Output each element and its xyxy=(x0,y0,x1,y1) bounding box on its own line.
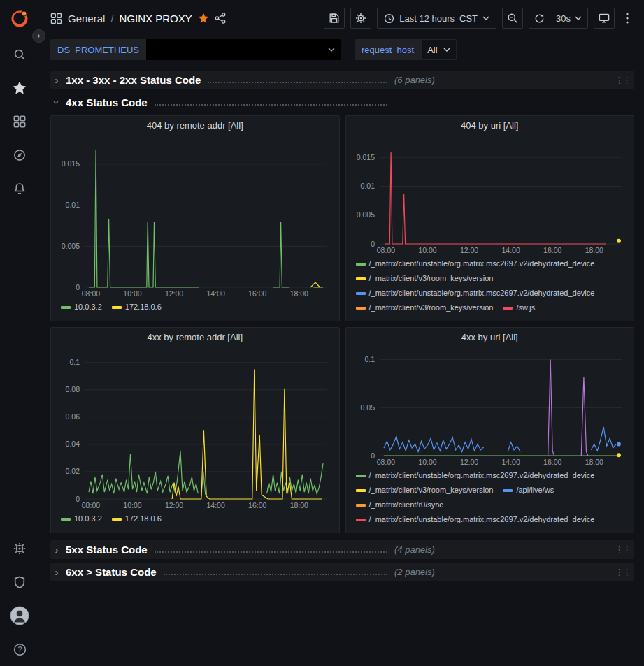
svg-text:0.1: 0.1 xyxy=(364,355,375,363)
legend-label: /api/live/ws xyxy=(516,483,554,498)
time-range-picker[interactable]: Last 12 hours CST xyxy=(377,8,496,29)
svg-text:16:00: 16:00 xyxy=(543,458,561,466)
legend-item[interactable]: /api/live/ws xyxy=(503,483,554,498)
panel-grid: 404 by remote addr [All] 00.0050.010.015… xyxy=(50,115,634,533)
legend-item[interactable]: /_matrix/client/unstable/org.matrix.msc2… xyxy=(356,468,595,483)
tv-mode-button[interactable] xyxy=(594,8,615,29)
legend-item[interactable]: /_matrix/client/r0/sync xyxy=(356,498,443,512)
help-icon: ? xyxy=(13,643,27,656)
legend-item[interactable]: /_matrix/client/unstable/org.matrix.msc2… xyxy=(356,286,595,301)
svg-text:08:00: 08:00 xyxy=(82,289,100,298)
variable-value-dropdown[interactable]: All xyxy=(421,39,456,60)
svg-text:16:00: 16:00 xyxy=(248,501,266,509)
favorite-star-icon[interactable] xyxy=(198,13,209,24)
sidebar-item-explore[interactable] xyxy=(0,138,39,172)
svg-text:0.015: 0.015 xyxy=(62,159,80,168)
legend-item[interactable]: 172.18.0.6 xyxy=(112,300,162,314)
open-menu-button[interactable]: › xyxy=(32,29,45,43)
row-5xx[interactable]: › 5xx Status Code (4 panels) ⋮⋮ xyxy=(50,540,634,559)
svg-text:16:00: 16:00 xyxy=(248,289,266,298)
legend-item[interactable]: 10.0.3.2 xyxy=(61,300,102,314)
sidebar-item-configuration[interactable] xyxy=(0,532,39,565)
panel-title[interactable]: 404 by uri [All] xyxy=(346,116,634,134)
legend-item[interactable]: /sw.js xyxy=(503,301,535,315)
svg-text:0: 0 xyxy=(76,283,80,291)
row-left: › 1xx - 3xx - 2xx Status Code xyxy=(50,74,394,86)
bell-icon xyxy=(13,182,26,195)
legend-item[interactable]: 10.0.3.2 xyxy=(61,512,102,526)
dashboard-title[interactable]: NGINX PROXY xyxy=(120,13,192,24)
timeseries-chart[interactable]: 00.0050.010.01508:0010:0012:0014:0016:00… xyxy=(349,134,631,256)
svg-text:14:00: 14:00 xyxy=(207,289,225,298)
zoom-out-time-button[interactable] xyxy=(502,8,523,29)
legend-item[interactable]: /_matrix/client/v3/room_keys/version xyxy=(356,271,494,286)
panel-title[interactable]: 404 by remote addr [All] xyxy=(51,116,339,134)
save-dashboard-button[interactable] xyxy=(324,8,345,29)
header: General / NGINX PROXY xyxy=(39,0,644,36)
gear-icon xyxy=(13,542,26,555)
sidebar-item-search[interactable] xyxy=(0,38,39,71)
sidebar-item-server-admin[interactable] xyxy=(0,565,39,599)
legend-item[interactable]: /_matrix/client/unstable/org.matrix.msc2… xyxy=(356,512,595,527)
legend-label: /_matrix/client/v3/room_keys/version xyxy=(369,271,494,286)
variable-label[interactable]: DS_PROMETHEUS xyxy=(50,39,146,60)
svg-text:0.05: 0.05 xyxy=(360,403,375,412)
header-actions: Last 12 hours CST 30s xyxy=(324,8,634,29)
svg-text:0.02: 0.02 xyxy=(66,467,80,475)
kebab-menu-button[interactable] xyxy=(620,13,634,24)
dashboard-settings-button[interactable] xyxy=(350,8,371,29)
chart-legend: /_matrix/client/unstable/org.matrix.msc2… xyxy=(349,468,631,533)
sidebar-item-alerting[interactable] xyxy=(0,172,39,205)
row-4xx[interactable]: › 4xx Status Code xyxy=(50,93,634,112)
sidebar-bottom: ? xyxy=(0,532,39,666)
sidebar-item-profile[interactable] xyxy=(0,599,39,632)
monitor-icon xyxy=(599,13,610,24)
refresh-button[interactable] xyxy=(529,8,550,28)
row-1xx-3xx-2xx[interactable]: › 1xx - 3xx - 2xx Status Code (6 panels)… xyxy=(50,71,634,89)
grafana-flame-icon xyxy=(9,8,30,29)
legend-item[interactable]: /_matrix/client/v3/room_keys/version xyxy=(356,301,494,315)
chevron-down-icon: › xyxy=(51,96,63,109)
compass-icon xyxy=(13,149,26,161)
variable-value-dropdown[interactable] xyxy=(146,39,341,60)
svg-text:18:00: 18:00 xyxy=(585,458,603,466)
row-drag-handle[interactable]: ⋮⋮ xyxy=(615,567,630,577)
legend-label: /_matrix/client/v3/room_keys/version xyxy=(369,483,494,498)
legend-label: /_matrix/client/unstable/org.matrix.msc2… xyxy=(369,286,595,301)
sidebar-item-help[interactable]: ? xyxy=(0,632,39,666)
panel-404-by-uri: 404 by uri [All] 00.0050.010.01508:0010:… xyxy=(345,115,635,321)
kebab-icon xyxy=(626,13,629,24)
svg-text:08:00: 08:00 xyxy=(82,501,100,509)
legend-swatch xyxy=(61,518,71,521)
svg-text:0.1: 0.1 xyxy=(69,358,80,366)
panel-title[interactable]: 4xx by uri [All] xyxy=(346,328,634,346)
svg-text:14:00: 14:00 xyxy=(501,458,520,466)
svg-text:0.01: 0.01 xyxy=(66,201,80,209)
timeseries-chart[interactable]: 00.050.108:0010:0012:0014:0016:0018:00 xyxy=(349,346,631,468)
sidebar-item-dashboards[interactable] xyxy=(0,105,39,138)
row-6xx[interactable]: › 6xx > Status Code (2 panels) ⋮⋮ xyxy=(50,563,634,581)
row-dotted-leader xyxy=(155,551,387,553)
apps-icon xyxy=(50,13,62,24)
variable-label[interactable]: request_host xyxy=(355,39,421,60)
avatar xyxy=(10,606,29,625)
timeseries-chart[interactable]: 00.0050.010.01508:0010:0012:0014:0016:00… xyxy=(54,134,336,299)
panel-title[interactable]: 4xx by remote addr [All] xyxy=(51,328,339,346)
legend-label: 172.18.0.6 xyxy=(125,300,162,314)
svg-text:0.015: 0.015 xyxy=(356,153,374,161)
legend-item[interactable]: 172.18.0.6 xyxy=(112,512,162,526)
variable-value: All xyxy=(427,45,437,55)
legend-swatch xyxy=(356,292,366,295)
row-drag-handle[interactable]: ⋮⋮ xyxy=(615,544,630,555)
breadcrumb-folder[interactable]: General xyxy=(68,13,105,24)
legend-item[interactable]: /_matrix/client/v3/room_keys/version xyxy=(356,483,494,498)
svg-text:10:00: 10:00 xyxy=(418,458,436,466)
share-icon[interactable] xyxy=(215,13,226,24)
legend-item[interactable]: /_matrix/client/unstable/org.matrix.msc2… xyxy=(356,256,595,271)
sidebar-item-starred[interactable] xyxy=(0,71,39,105)
refresh-interval-dropdown[interactable]: 30s xyxy=(550,13,587,24)
legend-swatch xyxy=(503,489,513,492)
row-drag-handle[interactable]: ⋮⋮ xyxy=(615,75,630,85)
timeseries-chart[interactable]: 00.020.040.060.080.108:0010:0012:0014:00… xyxy=(54,346,336,511)
chevron-down-icon xyxy=(443,48,450,52)
